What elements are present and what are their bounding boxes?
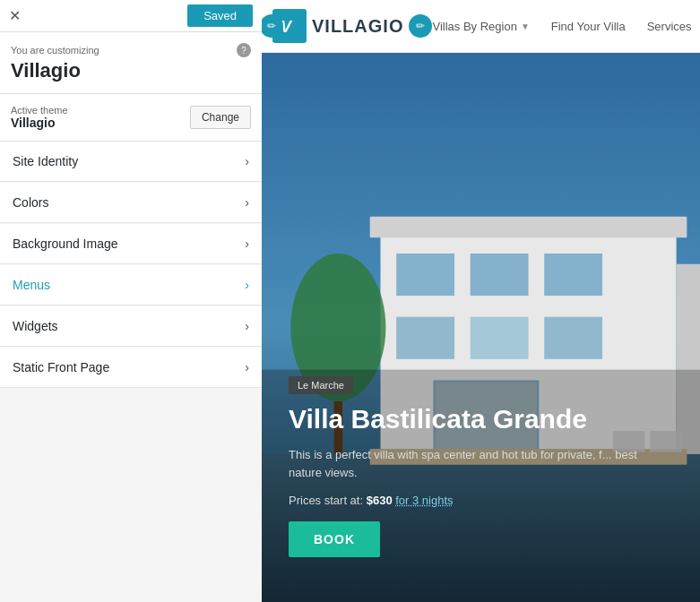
nav-area: ✏ Villas By Region ▼ Find Your Villa Ser…: [421, 14, 700, 39]
nav-find-your-villa[interactable]: Find Your Villa: [540, 14, 636, 39]
villa-title: Villa Bastilicata Grande: [289, 403, 665, 435]
price-duration: for 3 nights: [395, 494, 453, 507]
location-badge: Le Marche: [289, 376, 353, 394]
menu-item-widgets[interactable]: Widgets ›: [0, 306, 262, 347]
nav-services[interactable]: Services: [636, 14, 700, 39]
chevron-right-icon: ›: [245, 154, 249, 168]
help-icon[interactable]: ?: [237, 43, 251, 57]
price-line: Prices start at: $630 for 3 nights: [289, 494, 665, 507]
menu-item-colors[interactable]: Colors ›: [0, 183, 262, 223]
site-header: ✏ V VILLAGIO ✏ Villas By Region ▼ Find Y…: [262, 0, 700, 53]
hero-content: Le Marche Villa Bastilicata Grande This …: [289, 376, 665, 557]
book-button[interactable]: BOOK: [289, 521, 380, 557]
edit-nav-icon[interactable]: ✏: [409, 14, 432, 38]
saved-button[interactable]: Saved: [187, 4, 253, 27]
hero-section: Le Marche Villa Bastilicata Grande This …: [262, 53, 700, 602]
top-bar: ✕ Saved: [0, 0, 262, 32]
svg-rect-8: [544, 254, 602, 296]
chevron-right-icon: ›: [245, 195, 249, 210]
menu-items-list: Site Identity › Colors › Background Imag…: [0, 142, 262, 602]
villa-description: This is a perfect villa with spa center …: [289, 446, 665, 481]
chevron-right-icon: ›: [245, 360, 249, 374]
customizing-section: You are customizing ? Villagio: [0, 32, 262, 94]
chevron-right-icon: ›: [245, 236, 249, 251]
svg-rect-5: [370, 217, 687, 238]
nav-villas-by-region[interactable]: Villas By Region ▼: [421, 14, 540, 39]
svg-rect-6: [396, 254, 454, 296]
dropdown-arrow-icon: ▼: [521, 22, 530, 31]
close-button[interactable]: ✕: [9, 7, 21, 24]
svg-rect-9: [396, 317, 454, 359]
site-name: Villagio: [11, 59, 251, 82]
change-theme-button[interactable]: Change: [190, 106, 251, 129]
menu-item-site-identity[interactable]: Site Identity ›: [0, 142, 262, 182]
menu-item-static-front-page[interactable]: Static Front Page ›: [0, 348, 262, 388]
logo-text: VILLAGIO: [312, 16, 403, 37]
menu-item-background-image[interactable]: Background Image ›: [0, 224, 262, 264]
svg-rect-11: [544, 317, 602, 359]
active-theme-section: Active theme Villagio Change: [0, 94, 262, 142]
customizing-label: You are customizing ?: [11, 43, 251, 57]
chevron-right-icon: ›: [245, 319, 249, 333]
price-amount: $630: [367, 494, 393, 507]
active-theme-info: Active theme Villagio: [11, 105, 68, 130]
svg-rect-10: [471, 317, 529, 359]
customizer-panel: ✕ Saved You are customizing ? Villagio A…: [0, 0, 262, 602]
menu-item-menus[interactable]: Menus ›: [0, 265, 262, 305]
svg-rect-7: [471, 254, 529, 296]
preview-panel: ✏ V VILLAGIO ✏ Villas By Region ▼ Find Y…: [262, 0, 700, 602]
chevron-right-icon: ›: [245, 278, 249, 292]
logo-area: V VILLAGIO: [272, 9, 403, 43]
